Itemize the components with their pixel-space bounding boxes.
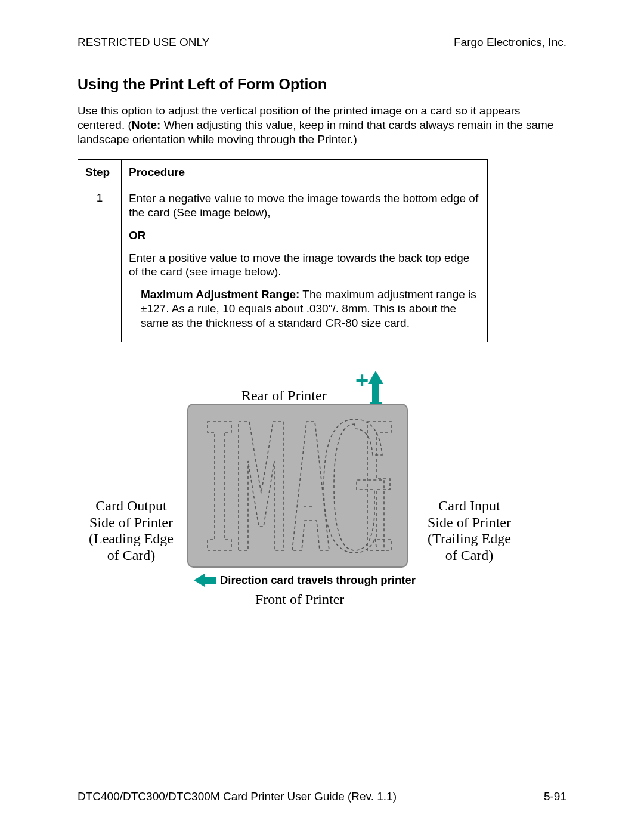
procedure-or: OR: [129, 228, 480, 243]
col-step-header: Step: [78, 160, 122, 185]
image-outline: [203, 417, 392, 555]
arrow-up-icon: [368, 371, 383, 384]
page: RESTRICTED USE ONLY Fargo Electronics, I…: [0, 0, 644, 833]
running-header: RESTRICTED USE ONLY Fargo Electronics, I…: [78, 36, 566, 49]
intro-note-label: Note:: [132, 119, 161, 131]
right-label-3: of Card): [445, 547, 494, 563]
right-label-2: (Trailing Edge: [428, 531, 511, 546]
plus-icon: +: [355, 368, 369, 394]
right-label: Card Input Side of Printer (Trailing Edg…: [416, 498, 523, 563]
right-label-0: Card Input: [438, 498, 500, 513]
section-heading: Using the Print Left of Form Option: [78, 76, 566, 93]
page-footer: DTC400/DTC300/DTC300M Card Printer User …: [78, 790, 566, 803]
rear-label: Rear of Printer: [242, 388, 327, 404]
diagram: + Rear of Printer: [78, 371, 566, 627]
direction-text: Direction card travels through printer: [220, 574, 416, 587]
arrow-up-stem: [372, 383, 379, 404]
left-label-2: (Leading Edge: [89, 531, 174, 546]
left-label-0: Card Output: [95, 498, 166, 513]
front-label: Front of Printer: [255, 592, 344, 608]
header-left: RESTRICTED USE ONLY: [78, 36, 209, 49]
image-word-outline: [203, 417, 392, 555]
col-procedure-header: Procedure: [122, 160, 488, 185]
procedure-para-2: Enter a positive value to move the image…: [129, 251, 480, 280]
left-label-1: Side of Printer: [89, 515, 173, 530]
range-label: Maximum Adjustment Range:: [141, 288, 299, 301]
procedure-table: Step Procedure 1 Enter a negative value …: [78, 159, 488, 342]
step-number: 1: [78, 185, 122, 342]
table-row: 1 Enter a negative value to move the ima…: [78, 185, 488, 342]
footer-right: 5-91: [544, 790, 566, 803]
arrow-left-icon: [194, 574, 216, 587]
direction-row: Direction card travels through printer: [194, 574, 416, 587]
procedure-cell: Enter a negative value to move the image…: [122, 185, 488, 342]
procedure-range: Maximum Adjustment Range: The maximum ad…: [129, 287, 480, 330]
intro-paragraph: Use this option to adjust the vertical p…: [78, 104, 566, 146]
left-label-3: of Card): [107, 547, 156, 563]
footer-left: DTC400/DTC300/DTC300M Card Printer User …: [78, 790, 397, 803]
left-label: Card Output Side of Printer (Leading Edg…: [78, 498, 185, 563]
header-right: Fargo Electronics, Inc.: [454, 36, 566, 49]
procedure-para-1: Enter a negative value to move the image…: [129, 191, 480, 220]
right-label-1: Side of Printer: [428, 515, 511, 530]
